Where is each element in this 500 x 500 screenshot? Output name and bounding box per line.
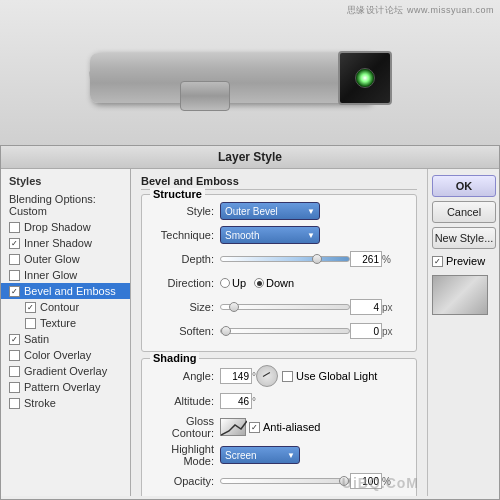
direction-down-radio[interactable] [254, 278, 264, 288]
styles-checkbox-satin[interactable] [9, 334, 20, 345]
depth-slider-thumb[interactable] [312, 254, 322, 264]
soften-input[interactable] [350, 323, 382, 339]
size-unit: px [382, 302, 393, 313]
style-value: Outer Bevel [225, 206, 278, 217]
new-style-button[interactable]: New Style... [432, 227, 496, 249]
depth-label: Depth: [150, 253, 220, 265]
highlight-mode-label: Highlight Mode: [150, 443, 220, 467]
preview-checkbox[interactable] [432, 256, 443, 267]
styles-checkbox-stroke[interactable] [9, 398, 20, 409]
size-slider-thumb[interactable] [229, 302, 239, 312]
structure-group: Structure Style: Outer Bevel ▼ Technique… [141, 194, 417, 352]
styles-item-inner-glow[interactable]: Inner Glow [1, 267, 130, 283]
styles-checkbox-pattern-overlay[interactable] [9, 382, 20, 393]
highlight-mode-value: Screen [225, 450, 257, 461]
altitude-input[interactable] [220, 393, 252, 409]
style-row: Style: Outer Bevel ▼ [150, 201, 408, 221]
shading-title: Shading [150, 352, 199, 364]
anti-aliased-checkbox[interactable] [249, 422, 260, 433]
size-input[interactable] [350, 299, 382, 315]
styles-checkbox-drop-shadow[interactable] [9, 222, 20, 233]
style-select[interactable]: Outer Bevel ▼ [220, 202, 320, 220]
highlight-mode-select[interactable]: Screen ▼ [220, 446, 300, 464]
depth-input[interactable] [350, 251, 382, 267]
angle-label: Angle: [150, 370, 220, 382]
styles-item-texture[interactable]: Texture [1, 315, 130, 331]
anti-aliased-label: Anti-aliased [263, 421, 320, 433]
styles-label-gradient-overlay: Gradient Overlay [24, 365, 107, 377]
styles-item-drop-shadow[interactable]: Drop Shadow [1, 219, 130, 235]
technique-row: Technique: Smooth ▼ [150, 225, 408, 245]
styles-checkbox-texture[interactable] [25, 318, 36, 329]
angle-input[interactable] [220, 368, 252, 384]
direction-row: Direction: Up Down [150, 273, 408, 293]
technique-label: Technique: [150, 229, 220, 241]
angle-dial[interactable] [256, 365, 278, 387]
styles-item-pattern-overlay[interactable]: Pattern Overlay [1, 379, 130, 395]
technique-select[interactable]: Smooth ▼ [220, 226, 320, 244]
opacity-slider-container [220, 478, 350, 484]
opacity-slider-track[interactable] [220, 478, 350, 484]
highlight-mode-arrow: ▼ [287, 451, 295, 460]
direction-down-item[interactable]: Down [254, 277, 294, 289]
size-slider-container [220, 304, 350, 310]
global-light-checkbox-item[interactable]: Use Global Light [282, 370, 377, 382]
opacity-label: Opacity: [150, 475, 220, 487]
direction-up-radio[interactable] [220, 278, 230, 288]
direction-down-label: Down [266, 277, 294, 289]
styles-panel: Styles Blending Options: CustomDrop Shad… [1, 169, 131, 496]
direction-up-item[interactable]: Up [220, 277, 246, 289]
soften-slider-track[interactable] [220, 328, 350, 334]
angle-row: Angle: ° Use Global Light [150, 365, 408, 387]
styles-checkbox-bevel-emboss[interactable] [9, 286, 20, 297]
styles-item-satin[interactable]: Satin [1, 331, 130, 347]
styles-item-inner-shadow[interactable]: Inner Shadow [1, 235, 130, 251]
soften-slider-thumb[interactable] [221, 326, 231, 336]
styles-checkbox-outer-glow[interactable] [9, 254, 20, 265]
styles-item-contour[interactable]: Contour [1, 299, 130, 315]
content-panel: Bevel and Emboss Structure Style: Outer … [131, 169, 427, 496]
styles-item-color-overlay[interactable]: Color Overlay [1, 347, 130, 363]
styles-checkbox-color-overlay[interactable] [9, 350, 20, 361]
styles-label-blending-options: Blending Options: Custom [9, 193, 122, 217]
styles-item-gradient-overlay[interactable]: Gradient Overlay [1, 363, 130, 379]
device-lens-inner [355, 68, 375, 88]
styles-checkbox-contour[interactable] [25, 302, 36, 313]
styles-checkbox-gradient-overlay[interactable] [9, 366, 20, 377]
altitude-unit: ° [252, 396, 256, 407]
gloss-contour-label: Gloss Contour: [150, 415, 220, 439]
anti-aliased-item[interactable]: Anti-aliased [249, 421, 320, 433]
device-body [90, 53, 370, 103]
ok-button[interactable]: OK [432, 175, 496, 197]
styles-header: Styles [1, 173, 130, 191]
styles-item-stroke[interactable]: Stroke [1, 395, 130, 411]
styles-item-bevel-emboss[interactable]: Bevel and Emboss [1, 283, 130, 299]
styles-item-blending-options[interactable]: Blending Options: Custom [1, 191, 130, 219]
styles-label-stroke: Stroke [24, 397, 56, 409]
altitude-label: Altitude: [150, 395, 220, 407]
global-light-checkbox[interactable] [282, 371, 293, 382]
contour-swatch[interactable] [220, 418, 246, 436]
depth-slider-container [220, 256, 350, 262]
styles-label-inner-glow: Inner Glow [24, 269, 77, 281]
depth-unit: % [382, 254, 391, 265]
structure-title: Structure [150, 188, 205, 200]
dialog-title: Layer Style [1, 146, 499, 169]
styles-checkbox-inner-glow[interactable] [9, 270, 20, 281]
styles-item-outer-glow[interactable]: Outer Glow [1, 251, 130, 267]
cancel-button[interactable]: Cancel [432, 201, 496, 223]
button-panel: OK Cancel New Style... Preview [427, 169, 499, 496]
soften-unit: px [382, 326, 393, 337]
global-light-label: Use Global Light [296, 370, 377, 382]
styles-label-contour: Contour [40, 301, 79, 313]
highlight-mode-row: Highlight Mode: Screen ▼ [150, 443, 408, 467]
depth-slider-track[interactable] [220, 256, 350, 262]
altitude-row: Altitude: ° [150, 391, 408, 411]
angle-dial-line [263, 372, 270, 377]
size-slider-track[interactable] [220, 304, 350, 310]
soften-row: Soften: px [150, 321, 408, 341]
depth-row: Depth: % [150, 249, 408, 269]
device-detail [180, 81, 230, 111]
styles-label-bevel-emboss: Bevel and Emboss [24, 285, 116, 297]
styles-checkbox-inner-shadow[interactable] [9, 238, 20, 249]
